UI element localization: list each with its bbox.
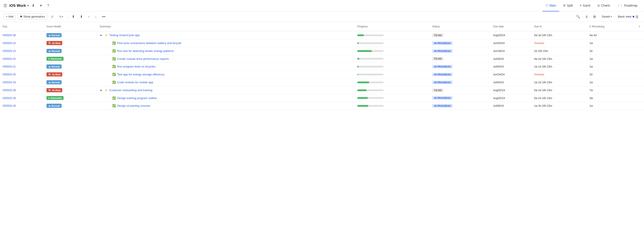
cell-add xyxy=(635,70,644,78)
saved-label: Saved xyxy=(602,15,610,18)
cell-add xyxy=(635,86,644,94)
health-icon: ☁ xyxy=(48,34,51,36)
health-badge: 🐘 At Risk xyxy=(46,88,62,92)
key-link[interactable]: GREEN-39 xyxy=(3,89,16,92)
summary-link[interactable]: Run program tests on bicycles xyxy=(117,65,156,68)
col-status: Status xyxy=(430,22,490,31)
basic-view-label: Basic view xyxy=(618,15,631,18)
key-link[interactable]: GREEN-28 xyxy=(3,104,16,108)
cell-duein: Overdue xyxy=(532,70,587,78)
key-link[interactable]: GREEN-22 xyxy=(3,58,16,60)
summary-link[interactable]: Run test for detecting kinetic energy pa… xyxy=(117,49,174,52)
cell-status: IN PROGRESS xyxy=(430,78,490,86)
health-icon: 🐘 xyxy=(48,89,51,92)
cell-duedate: Aug/02/24 xyxy=(490,86,531,94)
tab-split[interactable]: ⊟ Split xyxy=(560,0,576,12)
key-link[interactable]: GREEN-38 xyxy=(3,34,16,37)
summary-cell: ✅ Fine-tune connections between battery … xyxy=(106,42,352,45)
saved-button[interactable]: Saved ▾ xyxy=(600,14,614,19)
outdent-button[interactable]: ⬇ xyxy=(78,14,84,20)
toolbar: + Add ✱ Show generators ⤢ ⤡ ▾ ⬆ ⬇ ↑ ↓ ••… xyxy=(0,12,644,22)
indent-button[interactable]: ⬆ xyxy=(70,14,76,20)
more-button[interactable]: ••• xyxy=(100,14,107,20)
remaining-text: 1w xyxy=(590,81,593,84)
upload-action-btn[interactable]: ⬆ xyxy=(31,3,36,8)
move-up-button[interactable]: ↑ xyxy=(86,14,92,20)
cell-summary: ▶ ⚡ Customer onboarding and training xyxy=(97,86,354,94)
cell-duedate: Jul/26/24 xyxy=(490,55,531,63)
cell-duein: 1w 1d 10h 23m xyxy=(532,63,587,70)
health-icon: ☁ xyxy=(48,50,51,52)
col-duein: Due In xyxy=(532,22,587,31)
tab-charts[interactable]: ◎ Charts xyxy=(594,0,613,12)
nav-actions: ⬆ ⁕ ? xyxy=(31,3,50,8)
key-link[interactable]: GREEN-29 xyxy=(3,97,16,100)
tab-roadmap[interactable]: ⋮⋮ Roadmap xyxy=(614,0,640,12)
cell-add xyxy=(635,31,644,39)
basic-view-button[interactable]: Basic view ||| xyxy=(616,14,640,20)
group-button[interactable]: ⊞ xyxy=(592,14,598,20)
share-action-btn[interactable]: ⁕ xyxy=(38,3,43,8)
summary-link[interactable]: Create coaxial drive performance reports xyxy=(117,57,169,60)
key-link[interactable]: GREEN-23 xyxy=(3,50,16,52)
expand-row-btn[interactable]: ▶ xyxy=(100,33,103,37)
duein-text: 5w 2d 10h 23m xyxy=(534,97,552,100)
progress-bar xyxy=(357,105,384,107)
cell-remaining: 7w xyxy=(587,86,635,94)
split-tab-icon: ⊟ xyxy=(563,4,566,7)
summary-link[interactable]: Design eLearning courses xyxy=(117,104,150,108)
help-action-btn[interactable]: ? xyxy=(46,3,50,8)
tab-gantt[interactable]: ≡ Gantt xyxy=(577,0,593,12)
charts-tab-icon: ◎ xyxy=(597,4,600,7)
health-badge: ☁ Normal xyxy=(46,104,62,108)
separator-1 xyxy=(67,14,68,19)
roadmap-tab-label: Roadmap xyxy=(624,4,638,7)
cell-key: GREEN-39 xyxy=(0,86,44,94)
duein-text: 1w 3d 10h 23m xyxy=(534,104,552,108)
move-down-button[interactable]: ↓ xyxy=(93,14,98,20)
cell-duedate: Jul/05/24 xyxy=(490,78,531,86)
expand-row-btn[interactable]: ▶ xyxy=(100,88,103,92)
outdent-icon: ⬇ xyxy=(80,15,83,19)
active-dot xyxy=(632,16,634,18)
summary-link[interactable]: Code reviews for mobile app xyxy=(117,81,153,84)
progress-fill xyxy=(357,82,369,83)
expand-button[interactable]: ⤢ xyxy=(49,14,56,20)
summary-task-icon: ✅ xyxy=(112,81,116,84)
summary-link[interactable]: Fine-tune connections between battery an… xyxy=(117,42,181,45)
summary-link[interactable]: Test app for energy storage efficiency xyxy=(117,73,164,76)
col-duedate: Due date xyxy=(490,22,531,31)
status-badge: IN PROGRESS xyxy=(432,49,452,53)
summary-link[interactable]: Testing GreenCycle app xyxy=(109,34,140,37)
progress-bar xyxy=(357,42,384,44)
filter-button[interactable]: ⧖ xyxy=(584,14,590,20)
summary-link[interactable]: Design training program outline xyxy=(117,96,157,100)
tab-main[interactable]: ☐ Main xyxy=(542,0,559,12)
duedate-text: Jun/28/24 xyxy=(493,50,504,52)
collapse-button[interactable]: ⤡ ▾ xyxy=(57,14,65,20)
summary-cell: ✅ Run test for detecting kinetic energy … xyxy=(106,49,352,52)
search-button[interactable]: 🔍 xyxy=(574,14,582,20)
cell-progress xyxy=(355,31,430,39)
progress-fill xyxy=(357,50,372,52)
cell-key: GREEN-29 xyxy=(0,94,44,102)
collapse-chevron: ▾ xyxy=(62,15,63,18)
summary-link[interactable]: Customer onboarding and training xyxy=(109,88,152,92)
cell-status: IN PROGRESS xyxy=(430,102,490,110)
key-link[interactable]: GREEN-24 xyxy=(3,42,16,45)
col-key: Key xyxy=(0,22,44,31)
top-nav: ☰ iOS Work ▾ ⬆ ⁕ ? ☐ Main ⊟ Split ≡ Gant… xyxy=(0,0,644,12)
cell-progress xyxy=(355,70,430,78)
key-link[interactable]: GREEN-20 xyxy=(3,73,16,76)
cell-summary: ✅ Create coaxial drive performance repor… xyxy=(97,55,354,63)
cell-health: 🐘 At Risk xyxy=(44,70,97,78)
progress-bar xyxy=(357,58,384,60)
table-row: GREEN-29 ● Awesome ✅ Design training pro… xyxy=(0,94,644,102)
app-title[interactable]: iOS Work ▾ xyxy=(9,4,29,8)
add-button[interactable]: + Add xyxy=(4,14,16,20)
key-link[interactable]: GREEN-21 xyxy=(3,65,16,68)
key-link[interactable]: GREEN-19 xyxy=(3,81,16,84)
remaining-text: 2d xyxy=(590,50,592,52)
add-column-button[interactable]: + xyxy=(638,24,641,29)
show-generators-button[interactable]: ✱ Show generators xyxy=(18,14,47,20)
